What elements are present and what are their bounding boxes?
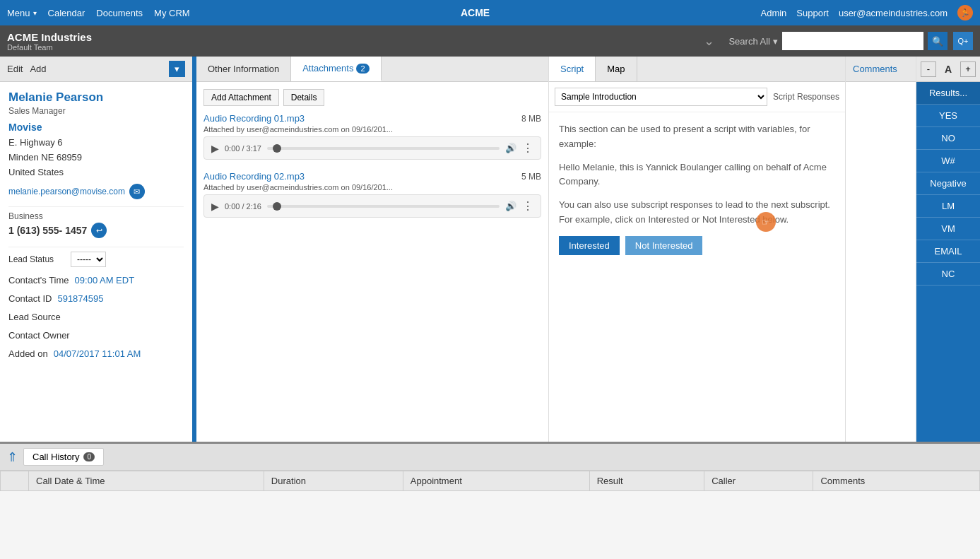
lead-source-row: Lead Source bbox=[8, 308, 184, 326]
bottom-section: ⇑ Call History 0 Call Date & Time Durati… bbox=[0, 442, 980, 559]
comments-body[interactable] bbox=[846, 82, 916, 442]
call-history-badge: 0 bbox=[83, 452, 95, 461]
th-appointment: Appointment bbox=[403, 471, 589, 491]
bottom-table-wrap: Call Date & Time Duration Appointment Re… bbox=[0, 471, 980, 559]
details-button[interactable]: Details bbox=[283, 89, 325, 106]
toolbar-dropdown-button[interactable]: ▾ bbox=[169, 61, 185, 77]
col-appointment: Appointment bbox=[411, 476, 462, 486]
progress-bar-1[interactable] bbox=[267, 147, 500, 150]
tab-map[interactable]: Map bbox=[596, 57, 637, 81]
comments-header: Comments bbox=[846, 57, 916, 82]
font-increase-button[interactable]: + bbox=[960, 61, 976, 77]
time-display-1: 0:00 / 3:17 bbox=[225, 144, 261, 153]
col-caller: Caller bbox=[712, 476, 736, 486]
call-history-tab[interactable]: Call History 0 bbox=[23, 448, 104, 466]
search-button[interactable]: 🔍 bbox=[928, 32, 947, 50]
script-toolbar: Sample Introduction Script Responses bbox=[549, 82, 845, 112]
contacts-time-row: Contact's Time 09:00 AM EDT bbox=[8, 271, 184, 290]
play-button-1[interactable]: ▶ bbox=[211, 143, 219, 154]
script-tabs: Script Map bbox=[549, 57, 845, 82]
volume-button-2[interactable]: 🔊 bbox=[505, 201, 516, 211]
contact-email-link[interactable]: melanie.pearson@movise.com bbox=[8, 187, 125, 196]
attachment-2-name[interactable]: Audio Recording 02.mp3 bbox=[203, 171, 305, 182]
attachments-badge: 2 bbox=[356, 64, 369, 73]
search-dropdown[interactable]: Search All ▾ bbox=[728, 36, 778, 47]
script-intro-text-span: This section can be used to present a sc… bbox=[559, 124, 810, 149]
col-duration: Duration bbox=[271, 476, 306, 486]
admin-link[interactable]: Admin bbox=[761, 8, 787, 18]
bottom-expand-icon[interactable]: ⇑ bbox=[7, 449, 18, 465]
attachment-1-size: 8 MB bbox=[521, 114, 541, 124]
contact-id-value: 591874595 bbox=[57, 290, 103, 308]
result-item-negative[interactable]: Negative bbox=[916, 172, 980, 195]
result-item-yes[interactable]: YES bbox=[916, 105, 980, 127]
support-link[interactable]: Support bbox=[796, 8, 829, 18]
result-label-nc: NC bbox=[942, 269, 955, 279]
result-item-results[interactable]: Results... bbox=[916, 82, 980, 105]
tab-attachments[interactable]: Attachments 2 bbox=[291, 57, 381, 81]
col-call-date: Call Date & Time bbox=[36, 476, 105, 486]
more-button-2[interactable]: ⋮ bbox=[522, 199, 533, 213]
font-decrease-button[interactable]: - bbox=[921, 61, 936, 77]
interested-button[interactable]: Interested bbox=[559, 236, 620, 255]
volume-button-1[interactable]: 🔊 bbox=[505, 143, 516, 153]
comments-header-label: Comments bbox=[853, 64, 897, 74]
menu-button[interactable]: Menu ▾ bbox=[7, 8, 37, 18]
added-on-value: 04/07/2017 11:01 AM bbox=[54, 345, 141, 363]
audio-player-2: ▶ 0:00 / 2:16 🔊 ⋮ bbox=[203, 194, 541, 218]
result-label-email: EMAIL bbox=[934, 246, 962, 257]
result-item-nc[interactable]: NC bbox=[916, 263, 980, 286]
contact-owner-label: Contact Owner bbox=[8, 326, 70, 345]
contact-divider2 bbox=[8, 247, 184, 247]
contact-title: Sales Manager bbox=[8, 106, 184, 116]
results-panel-header: - A + bbox=[916, 57, 980, 82]
address-line3: United States bbox=[8, 165, 184, 180]
address-line1: E. Highway 6 bbox=[8, 136, 184, 151]
map-tab-label: Map bbox=[607, 64, 625, 74]
call-history-table: Call Date & Time Duration Appointment Re… bbox=[0, 471, 980, 491]
search-input[interactable] bbox=[782, 32, 923, 50]
contact-company[interactable]: Movise bbox=[8, 122, 184, 133]
play-button-2[interactable]: ▶ bbox=[211, 201, 219, 212]
call-history-table-head: Call Date & Time Duration Appointment Re… bbox=[1, 471, 980, 491]
user-email-label: user@acmeindustries.com bbox=[839, 8, 947, 18]
tab-other-information[interactable]: Other Information bbox=[196, 57, 291, 81]
search-extra-button[interactable]: Q+ bbox=[953, 32, 973, 50]
attachment-2-size: 5 MB bbox=[521, 172, 541, 182]
not-interested-button[interactable]: Not Interested bbox=[625, 236, 703, 255]
email-icon[interactable]: ✉ bbox=[129, 184, 145, 199]
search-input-wrap bbox=[782, 32, 923, 50]
table-header-row: Call Date & Time Duration Appointment Re… bbox=[1, 471, 980, 491]
progress-dot-1 bbox=[273, 144, 281, 153]
result-item-lm[interactable]: LM bbox=[916, 195, 980, 218]
tab-script[interactable]: Script bbox=[549, 57, 596, 81]
result-item-w[interactable]: W# bbox=[916, 150, 980, 172]
script-dropdown[interactable]: Sample Introduction bbox=[555, 88, 767, 106]
lead-status-select[interactable]: ----- bbox=[71, 252, 106, 267]
add-button[interactable]: Add bbox=[30, 64, 46, 74]
bottom-header: ⇑ Call History 0 bbox=[0, 444, 980, 471]
script-body-span2: You can also use subscript responses to … bbox=[559, 199, 830, 225]
phone-icon[interactable]: ↩ bbox=[91, 223, 107, 238]
script-responses-label: Script Responses bbox=[773, 92, 839, 102]
progress-bar-2[interactable] bbox=[267, 205, 500, 208]
lead-source-label: Lead Source bbox=[8, 308, 61, 326]
result-label-results: Results... bbox=[929, 88, 967, 98]
mycrm-nav-link[interactable]: My CRM bbox=[154, 8, 190, 18]
result-item-no[interactable]: NO bbox=[916, 127, 980, 150]
documents-nav-link[interactable]: Documents bbox=[96, 8, 143, 18]
company-info: ACME Industries Default Team bbox=[7, 31, 704, 52]
company-name: ACME Industries bbox=[7, 31, 704, 43]
attachment-1-name[interactable]: Audio Recording 01.mp3 bbox=[203, 113, 305, 124]
more-button-1[interactable]: ⋮ bbox=[522, 141, 533, 155]
result-item-email[interactable]: EMAIL bbox=[916, 240, 980, 263]
calendar-nav-link[interactable]: Calendar bbox=[48, 8, 85, 18]
expand-arrow-icon[interactable]: ⌄ bbox=[704, 33, 714, 49]
add-attachment-button[interactable]: Add Attachment bbox=[203, 89, 279, 106]
search-area: Search All ▾ 🔍 Q+ bbox=[728, 32, 973, 50]
lead-status-label: Lead Status bbox=[8, 254, 65, 264]
th-result: Result bbox=[589, 471, 704, 491]
result-label-yes: YES bbox=[939, 110, 957, 121]
edit-button[interactable]: Edit bbox=[7, 64, 23, 74]
result-item-vm[interactable]: VM bbox=[916, 218, 980, 240]
